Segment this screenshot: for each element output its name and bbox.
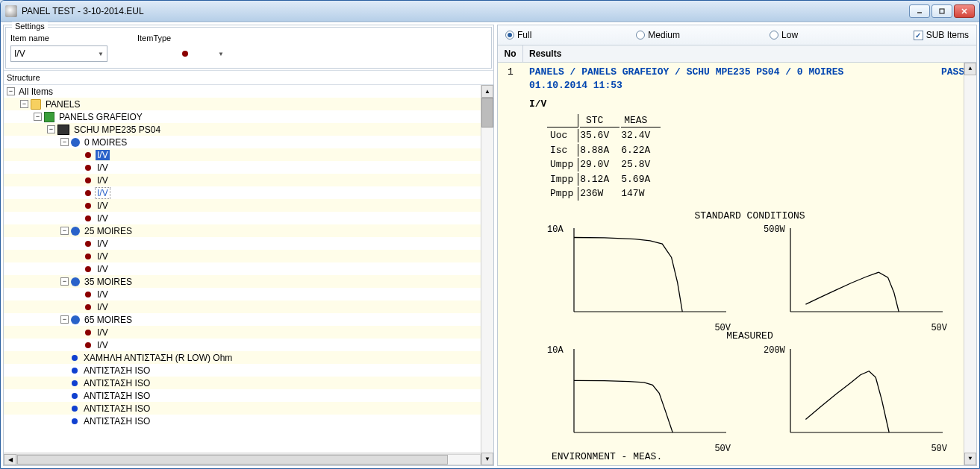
- view-low-radio[interactable]: Low: [770, 30, 798, 40]
- tree-node-label[interactable]: ΑΝΤΙΣΤΑΣΗ ISO: [82, 403, 152, 414]
- minimize-button[interactable]: [909, 4, 930, 18]
- tree-expander[interactable]: −: [60, 138, 69, 146]
- tree-node-label[interactable]: PANELS: [44, 99, 81, 110]
- tree-row[interactable]: I/V: [4, 161, 493, 174]
- tree-row[interactable]: ΑΝΤΙΣΤΑΣΗ ISO: [4, 377, 493, 389]
- scroll-up-button[interactable]: ▲: [481, 85, 493, 98]
- tree-node-label[interactable]: 0 MOIRES: [83, 137, 128, 148]
- tree-node-label[interactable]: ΑΝΤΙΣΤΑΣΗ ISO: [82, 365, 152, 376]
- tree-node-label[interactable]: I/V: [96, 163, 110, 173]
- tree-row[interactable]: ΧΑΜΗΛΗ ΑΝΤΙΣΤΑΣΗ (R LOW) Ohm: [4, 351, 493, 364]
- tree-node-label[interactable]: ΑΝΤΙΣΤΑΣΗ ISO: [82, 416, 152, 426]
- scroll-left-button[interactable]: ◀: [4, 454, 16, 465]
- house-icon: [31, 99, 41, 110]
- tree-row[interactable]: −65 MOIRES: [4, 313, 493, 326]
- tree-expander-placeholder: [74, 189, 82, 197]
- chevron-down-icon[interactable]: ▼: [218, 51, 224, 57]
- structure-tree[interactable]: −All Items−PANELS−PANELS GRAFEIOY−SCHU M…: [4, 85, 493, 453]
- tree-node-label[interactable]: I/V: [96, 239, 110, 249]
- tree-row[interactable]: −0 MOIRES: [4, 136, 493, 148]
- view-medium-label: Medium: [648, 30, 680, 40]
- tree-row[interactable]: I/V: [4, 237, 493, 250]
- tree-expander[interactable]: −: [60, 315, 69, 324]
- view-medium-radio[interactable]: Medium: [636, 30, 680, 40]
- tree-node-label[interactable]: I/V: [96, 302, 110, 312]
- tree-hscrollbar[interactable]: ◀ ▶: [4, 453, 493, 465]
- scroll-track[interactable]: [481, 98, 493, 453]
- tree-row[interactable]: I/V: [4, 326, 493, 339]
- tree-node-label[interactable]: All Items: [17, 86, 54, 97]
- tree-container: −All Items−PANELS−PANELS GRAFEIOY−SCHU M…: [4, 84, 493, 465]
- item-name-combo[interactable]: I/V ▼: [10, 45, 107, 62]
- tree-row[interactable]: I/V: [4, 174, 493, 186]
- standard-conditions-title: STANDARD CONDITIONS: [529, 210, 970, 223]
- tree-expander[interactable]: −: [47, 125, 55, 133]
- tree-expander[interactable]: −: [60, 277, 69, 286]
- scroll-thumb[interactable]: [17, 455, 448, 465]
- tree-expander[interactable]: −: [20, 100, 28, 108]
- tree-node-label[interactable]: I/V: [96, 175, 110, 186]
- bullet-blue-icon: [72, 380, 78, 386]
- tree-node-label[interactable]: ΧΑΜΗΛΗ ΑΝΤΙΣΤΑΣΗ (R LOW) Ohm: [82, 353, 234, 363]
- tree-row[interactable]: −All Items: [4, 85, 493, 98]
- tree-node-label[interactable]: ΑΝΤΙΣΤΑΣΗ ISO: [82, 378, 152, 388]
- tree-row[interactable]: I/V: [4, 199, 493, 212]
- tree-row[interactable]: I/V: [4, 262, 493, 275]
- tree-node-label[interactable]: ΑΝΤΙΣΤΑΣΗ ISO: [82, 391, 152, 401]
- tree-node-label[interactable]: I/V: [96, 327, 110, 338]
- tree-row[interactable]: ΑΝΤΙΣΤΑΣΗ ISO: [4, 364, 493, 377]
- chart-mea-iv: 10A 50V: [544, 346, 731, 443]
- tree-node-label[interactable]: I/V: [96, 251, 110, 262]
- tree-row[interactable]: −PANELS: [4, 98, 493, 110]
- tree-row[interactable]: I/V: [4, 186, 493, 199]
- scroll-thumb[interactable]: [481, 98, 493, 128]
- tree-row[interactable]: I/V: [4, 288, 493, 300]
- tree-node-label[interactable]: 25 MOIRES: [83, 226, 134, 236]
- tree-row[interactable]: I/V: [4, 300, 493, 313]
- tree-node-label[interactable]: 35 MOIRES: [83, 277, 134, 287]
- tree-expander[interactable]: −: [34, 113, 42, 121]
- tree-node-label[interactable]: SCHU MPE235 PS04: [72, 125, 162, 135]
- svg-rect-1: [940, 9, 944, 13]
- tree-node-label[interactable]: I/V: [96, 264, 110, 274]
- scroll-down-button[interactable]: ▼: [481, 453, 493, 465]
- tree-row[interactable]: −PANELS GRAFEIOY: [4, 110, 493, 123]
- tree-row[interactable]: −25 MOIRES: [4, 224, 493, 237]
- tree-row[interactable]: −SCHU MPE235 PS04: [4, 123, 493, 136]
- maximize-button[interactable]: [931, 4, 952, 18]
- tree-row[interactable]: ΑΝΤΙΣΤΑΣΗ ISO: [4, 389, 493, 402]
- tree-row[interactable]: −35 MOIRES: [4, 275, 493, 288]
- client-area: Settings Item name I/V ▼ ItemType ▼: [1, 22, 979, 468]
- tree-node-label[interactable]: PANELS GRAFEIOY: [57, 112, 144, 122]
- scroll-up-button[interactable]: ▲: [964, 63, 976, 75]
- view-full-radio[interactable]: Full: [505, 30, 531, 40]
- tree-row[interactable]: ΑΝΤΙΣΤΑΣΗ ISO: [4, 402, 493, 415]
- tree-row[interactable]: I/V: [4, 212, 493, 224]
- result-path: PANELS / PANELS GRAFEIOY / SCHU MPE235 P…: [529, 66, 843, 79]
- tree-node-label[interactable]: I/V: [96, 289, 110, 300]
- close-button[interactable]: [954, 4, 975, 18]
- tree-node-label[interactable]: I/V: [96, 201, 110, 211]
- scroll-down-button[interactable]: ▼: [964, 453, 976, 465]
- tree-node-label[interactable]: I/V: [96, 340, 110, 350]
- tree-row[interactable]: I/V: [4, 339, 493, 351]
- scroll-track[interactable]: [964, 75, 976, 453]
- tree-row[interactable]: ΑΝΤΙΣΤΑΣΗ ISO: [4, 415, 493, 427]
- tree-node-label[interactable]: I/V: [96, 150, 110, 160]
- chart-xlabel: 50V: [714, 322, 731, 334]
- tree-node-label[interactable]: I/V: [96, 188, 110, 198]
- tree-expander[interactable]: −: [60, 227, 69, 235]
- results-body[interactable]: 1 PANELS / PANELS GRAFEIOY / SCHU MPE235…: [498, 63, 976, 465]
- tree-node-label[interactable]: I/V: [96, 213, 110, 224]
- scroll-track[interactable]: [16, 454, 481, 465]
- tree-vscrollbar[interactable]: ▲ ▼: [481, 85, 493, 465]
- chart-mea-pv: 200W 50V: [761, 346, 947, 443]
- tree-row[interactable]: I/V: [4, 148, 493, 161]
- sub-items-checkbox[interactable]: SUB Items: [914, 30, 969, 40]
- tree-row[interactable]: I/V: [4, 250, 493, 262]
- iv-col-stc: STC: [580, 114, 619, 128]
- tree-node-label[interactable]: 65 MOIRES: [83, 315, 134, 325]
- results-vscrollbar[interactable]: ▲ ▼: [964, 63, 976, 465]
- tree-expander[interactable]: −: [7, 87, 15, 95]
- item-name-label: Item name: [10, 34, 107, 43]
